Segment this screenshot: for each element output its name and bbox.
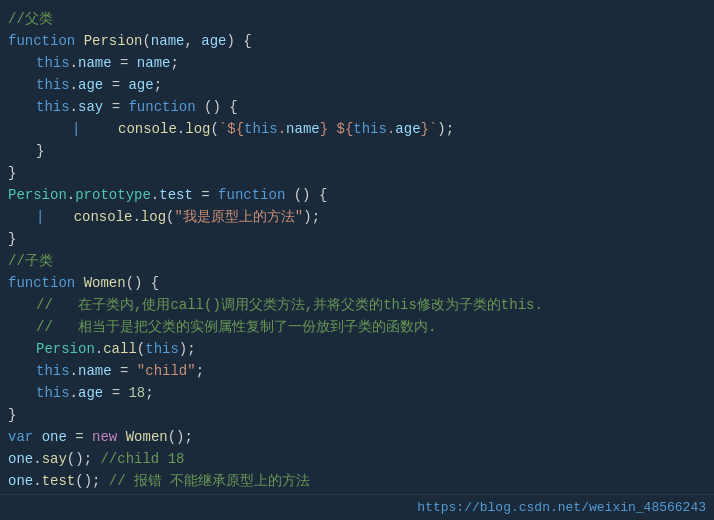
line-comment-child: //子类 (0, 250, 714, 272)
status-bar: https://blog.csdn.net/weixin_48566243 (0, 494, 714, 520)
line-this-name2: this . name = "child" ; (0, 360, 714, 382)
line-persion-call: Persion . call ( this ); (0, 338, 714, 360)
code-editor: //父类 function Persion ( name , age ) { t… (0, 0, 714, 520)
bar-indicator: | (72, 118, 80, 140)
line-one-say: one . say (); //child 18 (0, 448, 714, 470)
line-proto-log: | console . log ( "我是原型上的方法" ); (0, 206, 714, 228)
comment-parent: //父类 (8, 8, 53, 30)
status-url: https://blog.csdn.net/weixin_48566243 (417, 500, 706, 515)
line-comment-parent: //父类 (0, 8, 714, 30)
line-close-women: } (0, 404, 714, 426)
line-this-age: this . age = age ; (0, 74, 714, 96)
comment-child: //子类 (8, 250, 53, 272)
line-prototype: Persion . prototype . test = function ()… (0, 184, 714, 206)
line-comment2: // 相当于是把父类的实例属性复制了一份放到子类的函数内. (0, 316, 714, 338)
line-this-say: this . say = function () { (0, 96, 714, 118)
line-func-persion: function Persion ( name , age ) { (0, 30, 714, 52)
line-func-women: function Women () { (0, 272, 714, 294)
line-console-log: | console . log ( `${ this . name } ${ t… (0, 118, 714, 140)
bar-indicator-2: | (36, 206, 44, 228)
line-var-one: var one = new Women (); (0, 426, 714, 448)
line-comment1: // 在子类内,使用call()调用父类方法,并将父类的this修改为子类的th… (0, 294, 714, 316)
line-this-name: this . name = name ; (0, 52, 714, 74)
line-this-age2: this . age = 18 ; (0, 382, 714, 404)
line-close-proto: } (0, 228, 714, 250)
line-one-test: one . test (); // 报错 不能继承原型上的方法 (0, 470, 714, 492)
keyword-function: function (8, 30, 75, 52)
func-name-persion: Persion (84, 30, 143, 52)
line-close-persion: } (0, 162, 714, 184)
line-close-say: } (0, 140, 714, 162)
